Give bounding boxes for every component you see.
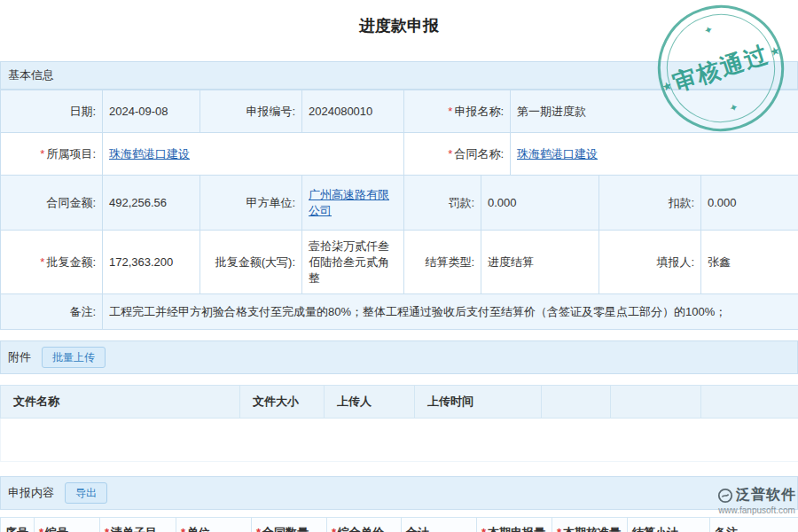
required-mark: *	[181, 526, 185, 532]
required-mark: *	[481, 526, 486, 532]
col-unit-price: *综合单价	[327, 518, 402, 532]
field-date-value: 2024-09-08	[103, 90, 200, 133]
required-mark: *	[105, 526, 109, 532]
col-current-approve: *本期核准量	[552, 518, 628, 532]
field-declare-no-label: 申报编号:	[200, 90, 302, 133]
col-unit: *单位	[176, 518, 252, 532]
basic-info-table: 日期: 2024-09-08 申报编号: 2024080010 *申报名称: 第…	[0, 90, 798, 330]
col-empty	[701, 386, 798, 419]
col-remark: 备注	[710, 518, 798, 532]
declare-content-title: 申报内容	[8, 485, 54, 501]
required-mark: *	[39, 526, 43, 532]
required-mark: *	[557, 526, 561, 532]
attachments-empty-area	[1, 419, 798, 462]
required-mark: *	[256, 526, 261, 532]
brand-watermark: 泛普软件 www.fanpusoft.com	[717, 486, 796, 515]
attachments-title: 附件	[8, 349, 31, 365]
col-empty	[542, 386, 611, 419]
section-attachments: 附件 批量上传	[0, 340, 798, 374]
col-contract-qty: *合同数量	[252, 518, 327, 532]
required-mark: *	[448, 105, 452, 118]
field-settlement-type-label: 结算类型:	[404, 231, 481, 294]
field-contract-value: 珠海鹤港口建设	[511, 133, 798, 176]
party-a-link[interactable]: 广州高速路有限公司	[309, 188, 389, 217]
field-penalty-value: 0.000	[481, 176, 599, 231]
stamp-star-icon: ★	[768, 43, 782, 59]
attachments-table: 文件名称 文件大小 上传人 上传时间	[0, 385, 798, 462]
brand-logo-icon	[717, 488, 733, 504]
field-date-label: 日期:	[1, 90, 103, 133]
col-settle-subtotal: 结算小计	[628, 518, 710, 532]
col-uploader: 上传人	[325, 386, 415, 419]
col-seq: 序号	[1, 518, 35, 532]
brand-site: www.fanpusoft.com	[717, 505, 796, 515]
field-reporter-label: 填报人:	[599, 231, 701, 294]
field-project-label: *所属项目:	[1, 133, 103, 176]
section-basic-info: 基本信息	[0, 61, 798, 90]
field-deduction-label: 扣款:	[599, 176, 701, 231]
section-declare-content: 申报内容 导出	[0, 476, 798, 510]
field-contract-amount-value: 492,256.56	[103, 176, 200, 231]
page-title: 进度款申报	[0, 0, 798, 36]
field-approved-amount-label: *批复金额:	[1, 231, 103, 294]
col-upload-time: 上传时间	[415, 386, 542, 419]
field-approved-amount-value: 172,363.200	[103, 231, 200, 294]
field-declare-name-value: 第一期进度款	[511, 90, 798, 133]
col-current-declare: *本期申报量	[477, 518, 552, 532]
field-deduction-value: 0.000	[701, 176, 798, 231]
col-empty	[611, 386, 701, 419]
field-contract-label: *合同名称:	[404, 133, 511, 176]
export-button[interactable]: 导出	[65, 482, 107, 504]
basic-info-title: 基本信息	[8, 67, 54, 83]
required-mark: *	[448, 147, 452, 160]
project-link[interactable]: 珠海鹤港口建设	[109, 147, 190, 160]
field-party-a-value: 广州高速路有限公司	[302, 176, 404, 231]
col-code: *编号	[35, 518, 100, 532]
field-remark-value: 工程完工并经甲方初验合格支付至完成量的80%；整体工程通过验收后支付至结算价（含…	[103, 294, 798, 330]
field-declare-name-label: *申报名称:	[404, 90, 511, 133]
field-approved-words-value: 壹拾柒万贰仟叁佰陆拾叁元贰角整	[302, 231, 404, 294]
batch-upload-button[interactable]: 批量上传	[42, 347, 106, 368]
field-settlement-type-value: 进度结算	[481, 231, 599, 294]
field-reporter-value: 张鑫	[701, 231, 798, 294]
field-party-a-label: 甲方单位:	[200, 176, 302, 231]
field-approved-words-label: 批复金额(大写):	[200, 231, 302, 294]
field-contract-amount-label: 合同金额:	[1, 176, 103, 231]
required-mark: *	[332, 526, 336, 532]
col-list-item: *清单子目	[100, 518, 176, 532]
field-declare-no-value: 2024080010	[302, 90, 404, 133]
brand-name: 泛普软件	[736, 486, 796, 505]
field-project-value: 珠海鹤港口建设	[103, 133, 404, 176]
col-total: 合计	[402, 518, 477, 532]
col-file-size: 文件大小	[240, 386, 325, 419]
required-mark: *	[40, 255, 44, 269]
field-remark-label: 备注:	[1, 294, 103, 330]
declare-content-table: 序号 *编号 *清单子目 *单位 *合同数量 *综合单价 合计 *本期申报量 *…	[0, 517, 798, 532]
contract-link[interactable]: 珠海鹤港口建设	[517, 147, 598, 160]
field-penalty-label: 罚款:	[404, 176, 481, 231]
col-file-name: 文件名称	[1, 386, 240, 419]
required-mark: *	[40, 147, 44, 160]
